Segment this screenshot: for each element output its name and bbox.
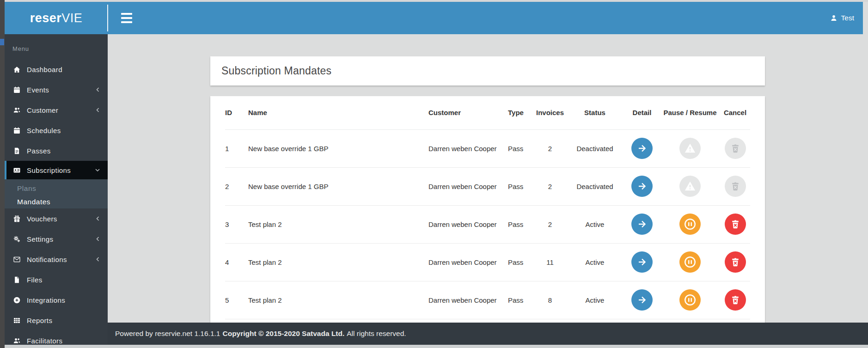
alert-triangle-icon xyxy=(684,142,697,155)
detail-button[interactable] xyxy=(631,176,653,197)
sidebar-item-subscriptions[interactable]: Subscriptions xyxy=(5,161,108,179)
calendar-icon xyxy=(12,85,22,95)
sidebar-item-label: Facilitators xyxy=(27,337,62,345)
cell-id: 1 xyxy=(225,129,246,167)
chevron-left-icon xyxy=(95,107,100,113)
sidebar-item-passes[interactable]: Passes xyxy=(5,140,108,161)
arrow-right-icon xyxy=(636,181,648,192)
pause-circle-icon xyxy=(683,255,697,269)
sidebar-item-vouchers[interactable]: Vouchers xyxy=(5,208,108,229)
pause-circle-icon xyxy=(683,293,697,307)
sidebar-item-integrations[interactable]: Integrations xyxy=(5,290,108,310)
pause-button[interactable] xyxy=(679,251,701,273)
gift-icon xyxy=(12,214,22,224)
sidebar-subitem-mandates[interactable]: Mandates xyxy=(5,195,108,208)
document-icon xyxy=(12,146,22,156)
cell-name: New base override 1 GBP xyxy=(246,129,426,167)
trash-x-icon xyxy=(730,181,740,191)
mandates-table-card: ID Name Customer Type Invoices Status De… xyxy=(210,96,765,323)
arrow-right-icon xyxy=(636,219,648,230)
app-logo[interactable]: reserVIE xyxy=(5,2,108,34)
sidebar-item-customer[interactable]: Customer xyxy=(5,100,108,120)
detail-button[interactable] xyxy=(631,289,653,311)
cell-name: Test plan 2 xyxy=(246,205,426,243)
table-row: 2 New base override 1 GBP Darren weben C… xyxy=(225,167,750,205)
chevron-left-icon xyxy=(95,256,100,262)
pause-button[interactable] xyxy=(679,289,701,311)
column-header-cancel: Cancel xyxy=(720,96,750,129)
sidebar-toggle-button[interactable] xyxy=(121,13,133,23)
trash-x-icon xyxy=(730,295,740,305)
sidebar-section-label: Menu xyxy=(5,34,108,59)
user-icon xyxy=(830,14,837,22)
cell-id: 4 xyxy=(225,243,246,281)
sidebar-item-label: Schedules xyxy=(27,127,61,134)
cell-name: Test plan 2 xyxy=(246,281,426,319)
cell-invoices: 8 xyxy=(534,281,566,319)
cell-customer: Darren weben Cooper xyxy=(426,129,506,167)
sidebar-item-label: Files xyxy=(27,276,43,284)
calendar-icon xyxy=(12,125,22,135)
cell-status: Active xyxy=(566,243,624,281)
sidebar-item-notifications[interactable]: Notifications xyxy=(5,249,108,269)
table-row: 5 Test plan 2 Darren weben Cooper Pass 8… xyxy=(225,281,750,319)
users-icon xyxy=(12,105,22,115)
id-card-icon xyxy=(12,165,22,175)
sidebar-item-label: Customer xyxy=(27,106,58,114)
sidebar-item-schedules[interactable]: Schedules xyxy=(5,120,108,140)
detail-button[interactable] xyxy=(631,214,653,235)
cell-invoices: 2 xyxy=(534,167,566,205)
sidebar-item-reports[interactable]: Reports xyxy=(5,310,108,330)
detail-button[interactable] xyxy=(631,251,653,273)
column-header-invoices: Invoices xyxy=(534,96,566,129)
sidebar-item-label: Subscriptions xyxy=(27,166,71,174)
pause-circle-icon xyxy=(683,217,697,231)
cell-id: 5 xyxy=(225,281,246,319)
pause-button[interactable] xyxy=(679,214,701,235)
arrow-right-icon xyxy=(636,256,648,268)
cell-customer: Darren weben Cooper xyxy=(426,243,506,281)
column-header-id: ID xyxy=(225,96,246,129)
footer-powered-by: Powered by reservie.net 1.16.1.1 xyxy=(115,330,220,338)
sidebar-item-events[interactable]: Events xyxy=(5,79,108,100)
cancel-button[interactable] xyxy=(725,251,746,273)
cell-id: 3 xyxy=(225,205,246,243)
sidebar-item-label: Notifications xyxy=(27,256,67,263)
arrow-right-icon xyxy=(636,294,648,305)
background-window-sliver xyxy=(0,0,5,348)
table-row-partial xyxy=(225,319,750,323)
cell-type: Pass xyxy=(506,167,534,205)
column-header-pause-resume: Pause / Resume xyxy=(660,96,720,129)
cancel-button[interactable] xyxy=(725,214,746,235)
cell-type: Pass xyxy=(506,281,534,319)
table-icon xyxy=(12,315,22,325)
pause-resume-button-disabled xyxy=(679,176,701,197)
sidebar-item-dashboard[interactable]: Dashboard xyxy=(5,59,108,79)
sidebar-item-label: Vouchers xyxy=(27,215,57,223)
sidebar-item-label: Settings xyxy=(27,235,53,243)
cancel-button-disabled xyxy=(725,138,746,159)
chevron-down-icon xyxy=(95,168,100,172)
user-name: Test xyxy=(841,14,854,22)
table-row: 3 Test plan 2 Darren weben Cooper Pass 2… xyxy=(225,205,750,243)
cell-name: New base override 1 GBP xyxy=(246,167,426,205)
cancel-button[interactable] xyxy=(725,289,746,311)
table-header-row: ID Name Customer Type Invoices Status De… xyxy=(225,96,750,129)
detail-button[interactable] xyxy=(631,138,653,159)
users-icon xyxy=(12,336,22,346)
file-icon xyxy=(12,275,22,285)
column-header-name: Name xyxy=(246,96,426,129)
chevron-left-icon xyxy=(95,87,100,92)
top-navbar: reserVIE Test xyxy=(5,2,863,34)
column-header-type: Type xyxy=(506,96,534,129)
sidebar-item-settings[interactable]: Settings xyxy=(5,229,108,249)
subscriptions-submenu: Plans Mandates xyxy=(5,179,108,208)
chevron-left-icon xyxy=(95,216,100,221)
alert-triangle-icon xyxy=(684,180,697,193)
browser-edge-bottom xyxy=(5,345,868,348)
cell-customer: Darren weben Cooper xyxy=(426,205,506,243)
page-title: Subscription Mandates xyxy=(210,65,331,77)
sidebar-subitem-plans[interactable]: Plans xyxy=(5,182,108,195)
user-menu[interactable]: Test xyxy=(830,2,854,34)
sidebar-item-files[interactable]: Files xyxy=(5,269,108,290)
